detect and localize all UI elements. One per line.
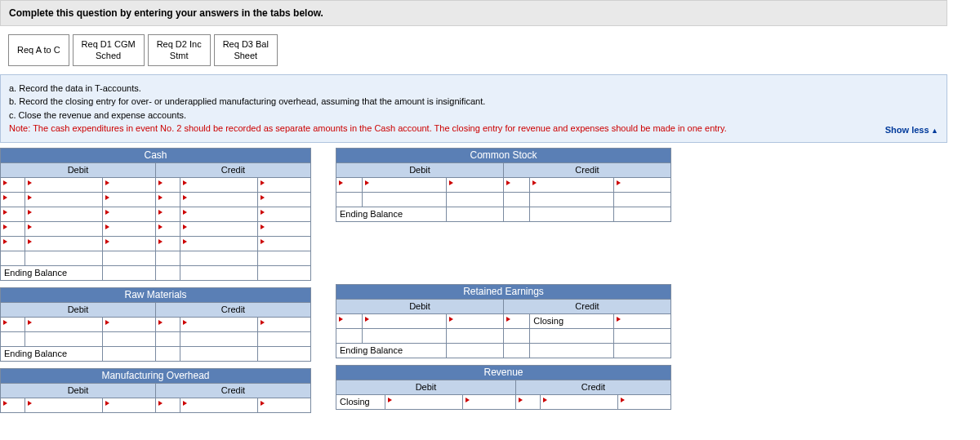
blank-cell xyxy=(180,346,258,361)
ending-balance-debit[interactable] xyxy=(446,207,503,221)
debit-amount[interactable] xyxy=(25,207,103,221)
tab-label-line2: Stmt xyxy=(170,51,189,60)
debit-event[interactable] xyxy=(336,313,363,328)
debit-extra[interactable] xyxy=(103,221,156,236)
tab-req-d1[interactable]: Req D1 CGM Sched xyxy=(73,34,145,66)
t-account-revenue: Revenue Debit Credit Closing xyxy=(336,365,671,410)
debit-amount[interactable] xyxy=(25,192,103,207)
credit-event[interactable] xyxy=(156,192,180,207)
credit-extra[interactable] xyxy=(613,177,670,192)
credit-event[interactable] xyxy=(156,221,180,236)
debit-event[interactable] xyxy=(1,192,25,207)
debit-amount[interactable] xyxy=(25,317,103,331)
credit-extra[interactable] xyxy=(258,398,311,412)
tab-label: Req A to C xyxy=(17,44,60,56)
credit-amount[interactable] xyxy=(180,398,258,412)
blank-cell xyxy=(503,328,529,343)
account-title: Revenue xyxy=(336,365,671,380)
debit-extra[interactable] xyxy=(103,317,156,331)
debit-event[interactable] xyxy=(1,398,25,412)
credit-amount[interactable] xyxy=(180,236,258,251)
credit-event[interactable] xyxy=(503,177,529,192)
show-less-toggle[interactable]: Show less xyxy=(885,123,938,137)
blank-cell xyxy=(503,343,529,358)
credit-extra[interactable] xyxy=(258,221,311,236)
debit-amount[interactable] xyxy=(385,394,463,409)
blank-cell xyxy=(336,328,363,343)
ending-balance-label: Ending Balance xyxy=(336,343,447,358)
debit-event[interactable] xyxy=(1,207,25,221)
debit-extra[interactable] xyxy=(463,394,516,409)
credit-event[interactable] xyxy=(516,394,541,409)
credit-amount[interactable] xyxy=(180,221,258,236)
blank-cell xyxy=(258,331,311,346)
debit-event[interactable] xyxy=(1,317,25,331)
ending-balance-debit[interactable] xyxy=(103,265,156,280)
debit-amount[interactable] xyxy=(25,398,103,412)
credit-extra[interactable] xyxy=(618,394,671,409)
credit-extra[interactable] xyxy=(258,236,311,251)
debit-extra[interactable] xyxy=(103,398,156,412)
blank-cell xyxy=(156,251,180,265)
credit-event[interactable] xyxy=(156,177,180,192)
debit-amount[interactable] xyxy=(363,177,447,192)
credit-event[interactable] xyxy=(156,398,180,412)
credit-amount[interactable] xyxy=(541,394,618,409)
credit-header: Credit xyxy=(516,380,671,394)
debit-extra[interactable] xyxy=(103,177,156,192)
blank-cell xyxy=(156,346,180,361)
right-column: Common Stock Debit Credit Ending Balance… xyxy=(336,148,671,413)
debit-event[interactable] xyxy=(1,177,25,192)
ending-balance-debit[interactable] xyxy=(446,343,503,358)
debit-event[interactable] xyxy=(1,221,25,236)
debit-extra[interactable] xyxy=(103,192,156,207)
credit-extra[interactable] xyxy=(258,177,311,192)
debit-amount[interactable] xyxy=(363,313,447,328)
credit-header: Credit xyxy=(156,162,311,177)
credit-amount[interactable] xyxy=(180,207,258,221)
debit-extra[interactable] xyxy=(103,207,156,221)
debit-extra[interactable] xyxy=(446,177,503,192)
debit-extra[interactable] xyxy=(446,313,503,328)
blank-cell xyxy=(180,265,258,280)
credit-amount[interactable] xyxy=(180,317,258,331)
credit-extra[interactable] xyxy=(258,192,311,207)
debit-event[interactable] xyxy=(1,236,25,251)
debit-event[interactable] xyxy=(336,177,363,192)
blank-cell xyxy=(258,265,311,280)
credit-extra[interactable] xyxy=(258,317,311,331)
blank-cell xyxy=(156,265,180,280)
tab-req-a-to-c[interactable]: Req A to C xyxy=(8,34,69,66)
credit-event[interactable] xyxy=(503,313,529,328)
tab-req-d3[interactable]: Req D3 Bal Sheet xyxy=(214,34,278,66)
account-title: Raw Materials xyxy=(1,287,311,302)
blank-cell xyxy=(363,192,447,207)
ending-balance-debit[interactable] xyxy=(103,346,156,361)
credit-event[interactable] xyxy=(156,317,180,331)
tab-req-d2[interactable]: Req D2 Inc Stmt xyxy=(148,34,211,66)
ending-balance-label: Ending Balance xyxy=(336,207,447,221)
credit-amount[interactable] xyxy=(180,192,258,207)
blank-cell xyxy=(336,192,363,207)
left-column: Cash Debit Credit Ending Balance Raw Mat… xyxy=(0,148,311,413)
tabs-row: Req A to C Req D1 CGM Sched Req D2 Inc S… xyxy=(0,26,980,74)
credit-extra[interactable] xyxy=(258,207,311,221)
debit-amount[interactable] xyxy=(25,236,103,251)
blank-cell xyxy=(103,331,156,346)
debit-amount[interactable] xyxy=(25,177,103,192)
spacer xyxy=(336,229,671,278)
credit-amount[interactable] xyxy=(180,177,258,192)
blank-cell xyxy=(503,207,529,221)
info-box: a. Record the data in T-accounts. b. Rec… xyxy=(0,74,947,143)
closing-label: Closing xyxy=(336,394,385,409)
credit-amount[interactable] xyxy=(530,177,614,192)
debit-extra[interactable] xyxy=(103,236,156,251)
account-title: Retained Earnings xyxy=(336,284,671,299)
credit-event[interactable] xyxy=(156,207,180,221)
credit-header: Credit xyxy=(156,383,311,398)
credit-event[interactable] xyxy=(156,236,180,251)
credit-extra[interactable] xyxy=(613,313,670,328)
account-title: Cash xyxy=(1,148,311,162)
ending-balance-label: Ending Balance xyxy=(1,346,103,361)
debit-amount[interactable] xyxy=(25,221,103,236)
